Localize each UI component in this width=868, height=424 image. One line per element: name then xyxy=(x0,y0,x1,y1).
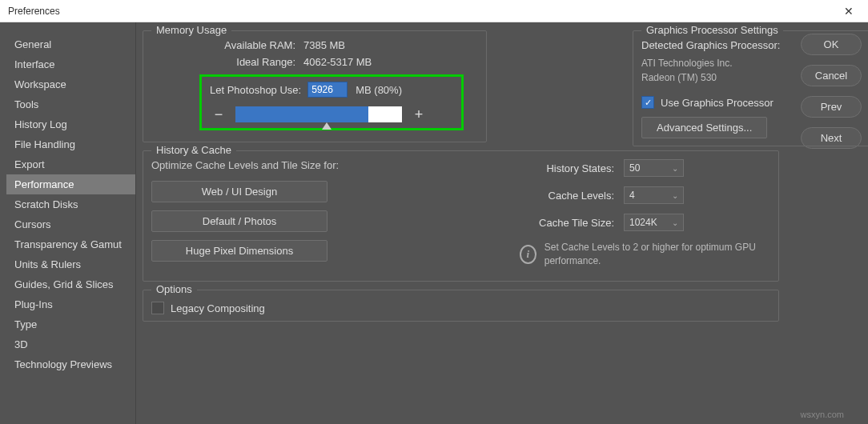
use-gpu-checkbox[interactable]: ✓ xyxy=(641,96,654,109)
optimize-label: Optimize Cache Levels and Tile Size for: xyxy=(151,159,376,171)
cache-levels-value: 4 xyxy=(629,190,635,201)
ideal-range-value: 4062-5317 MB xyxy=(303,56,372,68)
gpu-vendor: ATI Technologies Inc. xyxy=(641,56,868,70)
options-group: Options Legacy Compositing xyxy=(143,290,779,322)
sidebar-item-file-handling[interactable]: File Handling xyxy=(6,134,135,154)
cache-tile-size-value: 1024K xyxy=(629,217,657,228)
sidebar-item-workspace[interactable]: Workspace xyxy=(6,74,135,94)
memory-use-input[interactable] xyxy=(307,82,348,98)
sidebar-item-cursors[interactable]: Cursors xyxy=(6,214,135,234)
legacy-compositing-row[interactable]: Legacy Compositing xyxy=(151,298,770,314)
history-states-label: History States: xyxy=(520,162,624,174)
history-states-value: 50 xyxy=(629,162,640,174)
history-cache-group: History & Cache Optimize Cache Levels an… xyxy=(143,150,779,282)
graphics-processor-group: Graphics Processor Settings Detected Gra… xyxy=(633,30,868,146)
memory-slider-fill xyxy=(235,106,368,122)
legacy-compositing-checkbox[interactable] xyxy=(151,302,164,314)
sidebar-item-type[interactable]: Type xyxy=(6,314,135,334)
advanced-settings-button[interactable]: Advanced Settings... xyxy=(641,117,767,138)
sidebar-item-3d[interactable]: 3D xyxy=(6,334,135,354)
detected-gpu-label: Detected Graphics Processor: xyxy=(641,39,868,51)
sidebar-item-export[interactable]: Export xyxy=(6,154,135,174)
memory-slider-handle[interactable] xyxy=(322,122,332,130)
main: General Interface Workspace Tools Histor… xyxy=(0,22,868,424)
history-cache-title: History & Cache xyxy=(151,144,236,156)
sidebar-item-general[interactable]: General xyxy=(6,34,135,54)
sidebar-item-guides-grid-slices[interactable]: Guides, Grid & Slices xyxy=(6,274,135,294)
chevron-down-icon: ⌄ xyxy=(672,191,678,200)
cache-levels-dropdown[interactable]: 4 ⌄ xyxy=(624,186,684,204)
sidebar-item-technology-previews[interactable]: Technology Previews xyxy=(6,354,135,374)
graphics-processor-title: Graphics Processor Settings xyxy=(641,24,783,36)
gpu-model: Radeon (TM) 530 xyxy=(641,70,868,85)
graphics-processor-wrapper: Graphics Processor Settings Detected Gra… xyxy=(633,30,868,154)
memory-usage-title: Memory Usage xyxy=(151,24,231,36)
cache-info-text: Set Cache Levels to 2 or higher for opti… xyxy=(545,241,770,268)
chevron-down-icon: ⌄ xyxy=(672,164,678,173)
sidebar-item-history-log[interactable]: History Log xyxy=(6,114,135,134)
memory-slider[interactable] xyxy=(235,106,402,122)
legacy-compositing-label: Legacy Compositing xyxy=(171,302,265,314)
content: Memory Usage Available RAM: 7385 MB Idea… xyxy=(136,22,794,424)
sidebar: General Interface Workspace Tools Histor… xyxy=(0,22,136,424)
watermark: wsxyn.com xyxy=(801,410,844,419)
options-title: Options xyxy=(151,283,197,295)
memory-minus-button[interactable]: − xyxy=(210,106,227,123)
close-icon[interactable]: ✕ xyxy=(838,2,860,21)
memory-use-unit: MB (80%) xyxy=(356,84,402,96)
preset-huge-pixel-button[interactable]: Huge Pixel Dimensions xyxy=(151,240,328,262)
sidebar-item-transparency-gamut[interactable]: Transparency & Gamut xyxy=(6,234,135,254)
chevron-down-icon: ⌄ xyxy=(672,218,678,227)
memory-plus-button[interactable]: + xyxy=(410,106,428,123)
sidebar-item-scratch-disks[interactable]: Scratch Disks xyxy=(6,194,135,214)
window-title: Preferences xyxy=(8,6,60,17)
use-gpu-label: Use Graphics Processor xyxy=(661,97,774,109)
let-photoshop-use-label: Let Photoshop Use: xyxy=(210,84,301,96)
sidebar-item-performance[interactable]: Performance xyxy=(6,174,135,194)
preset-web-ui-button[interactable]: Web / UI Design xyxy=(151,181,328,202)
ideal-range-label: Ideal Range: xyxy=(151,56,303,68)
history-states-dropdown[interactable]: 50 ⌄ xyxy=(624,159,684,177)
available-ram-value: 7385 MB xyxy=(303,39,345,51)
cache-tile-size-label: Cache Tile Size: xyxy=(520,217,624,229)
sidebar-item-plugins[interactable]: Plug-Ins xyxy=(6,294,135,314)
titlebar: Preferences ✕ xyxy=(0,0,868,22)
cache-tile-size-dropdown[interactable]: 1024K ⌄ xyxy=(624,214,684,231)
sidebar-item-interface[interactable]: Interface xyxy=(6,54,135,74)
sidebar-item-units-rulers[interactable]: Units & Rulers xyxy=(6,254,135,274)
available-ram-label: Available RAM: xyxy=(151,39,303,51)
use-gpu-row[interactable]: ✓ Use Graphics Processor xyxy=(641,96,868,109)
sidebar-item-tools[interactable]: Tools xyxy=(6,94,135,114)
preset-default-photos-button[interactable]: Default / Photos xyxy=(151,210,328,232)
memory-highlight-box: Let Photoshop Use: MB (80%) − + xyxy=(199,74,464,130)
cache-levels-label: Cache Levels: xyxy=(520,190,624,202)
info-icon: i xyxy=(520,245,536,264)
memory-usage-group: Memory Usage Available RAM: 7385 MB Idea… xyxy=(143,30,487,142)
